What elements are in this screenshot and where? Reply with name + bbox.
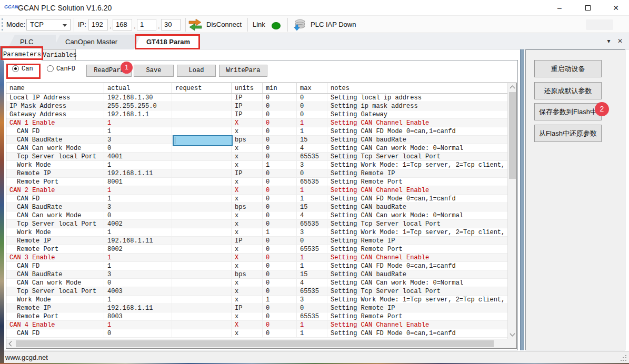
cell-request[interactable] [172, 262, 232, 270]
table-row[interactable]: Work Mode1x13Setting Work Mode: 1=Tcp se… [6, 296, 507, 304]
cell-request[interactable] [172, 312, 232, 320]
cell-request[interactable] [172, 195, 232, 203]
close-button[interactable]: ✕ [604, 0, 628, 16]
table-row[interactable]: CAN FD1x01Setting CAN FD Mode 0=can,1=ca… [6, 262, 507, 270]
cell-request[interactable] [172, 279, 232, 287]
horizontal-scroll-thumb[interactable] [16, 340, 494, 347]
cell-units: x [232, 245, 263, 253]
tab-canopen-master-config[interactable]: CanOpen Master Config [53, 35, 137, 49]
load-button[interactable]: Load [177, 65, 216, 77]
ip-octet-3-input[interactable]: 1 [137, 19, 156, 31]
table-row[interactable]: Tcp Server local Port4002x065535Setting … [6, 220, 507, 228]
vertical-scrollbar[interactable] [507, 83, 516, 339]
table-row[interactable]: CAN BaudRate3bps015Setting CAN baudRate [6, 203, 507, 211]
cell-request[interactable] [172, 270, 232, 278]
table-row[interactable]: CAN BaudRate3bps015Setting CAN baudRate [6, 270, 507, 279]
ip-octet-2-input[interactable]: 168 [113, 19, 132, 31]
cell-request[interactable] [172, 186, 232, 194]
table-row[interactable]: Remote IP192.168.1.11IP00Setting Remote … [6, 169, 507, 178]
horizontal-scrollbar[interactable] [6, 339, 507, 348]
cell-request[interactable] [172, 254, 232, 261]
plc-iap-down-button[interactable]: PLC IAP Down [311, 21, 356, 28]
table-row[interactable]: CAN BaudRate3bps015Setting CAN baudRate [6, 136, 507, 144]
cell-request[interactable] [172, 110, 232, 118]
radio-canfd[interactable]: CanFD [47, 65, 75, 73]
subtab-parameters[interactable]: Parameters [2, 48, 42, 60]
table-row[interactable]: Remote IP192.168.1.11IP00Setting Remote … [6, 304, 507, 312]
table-row[interactable]: CAN FD1x01Setting CAN FD Mode 0=can,1=ca… [6, 127, 507, 136]
table-row[interactable]: CAN 3 Enable1X01Setting CAN Channel Enab… [6, 254, 507, 262]
restore-params-from-flash-button[interactable]: 从Flash中还原参数 [534, 125, 602, 142]
table-row[interactable]: Tcp Server local Port4003x065535Setting … [6, 287, 507, 296]
cell-request[interactable] [172, 119, 232, 127]
cell-max: 15 [297, 270, 327, 278]
cell-actual: 1 [104, 127, 172, 135]
toolbar-grip[interactable] [2, 18, 3, 31]
table-row[interactable]: CAN 2 Enable1X01Setting CAN Channel Enab… [6, 186, 507, 195]
cell-request[interactable] [172, 203, 232, 211]
save-button[interactable]: Save [134, 65, 174, 77]
cell-request[interactable] [172, 237, 232, 245]
table-row[interactable]: CAN Can work Mode0x04Setting CAN Can wor… [6, 144, 507, 153]
cell-request[interactable] [172, 169, 232, 177]
ip-octet-4-input[interactable]: 30 [161, 19, 181, 31]
table-row[interactable]: CAN Can work Mode0x04Setting CAN Can wor… [6, 211, 507, 220]
table-row[interactable]: Work Mode1x13Setting Work Mode: 1=Tcp se… [6, 228, 507, 237]
table-row[interactable]: Tcp Server local Port4001x065535Setting … [6, 153, 507, 161]
cell-request[interactable] [172, 211, 232, 219]
restore-default-params-button[interactable]: 还原成默认参数 [534, 82, 602, 99]
request-edit-input[interactable] [173, 135, 233, 146]
scroll-up-icon[interactable] [510, 86, 515, 91]
cell-actual: 8003 [104, 312, 172, 320]
subtab-variables[interactable]: Variables [42, 49, 76, 60]
cell-request[interactable] [172, 329, 232, 337]
tab-list-dropdown-icon[interactable]: ▾ [607, 37, 611, 45]
table-row[interactable]: CAN 4 Enable1X01Setting CAN Channel Enab… [6, 321, 507, 329]
table-row[interactable]: CAN FD1x01Setting CAN FD Mode 0=can,1=ca… [6, 195, 507, 203]
cell-request[interactable] [172, 287, 232, 295]
save-params-to-flash-button[interactable]: 保存参数到Flash中 [534, 103, 602, 120]
table-row[interactable]: Remote Port8003x065535Setting Remote Por… [6, 312, 507, 321]
table-row[interactable]: Gateway Address192.168.1.1IP00Setting Ga… [6, 110, 507, 119]
cell-request[interactable] [172, 178, 232, 186]
table-row[interactable]: IP Mask Address255.255.255.0IP00Setting … [6, 102, 507, 110]
tab-gt418-param[interactable]: GT418 Param [134, 35, 200, 50]
cell-request[interactable] [172, 228, 232, 236]
tab-plc-config[interactable]: PLC Config [7, 35, 56, 49]
cell-request[interactable] [172, 220, 232, 228]
scroll-down-icon[interactable] [510, 331, 515, 337]
restart-device-button[interactable]: 重启动设备 [534, 60, 602, 77]
table-row[interactable]: Remote Port8002x065535Setting Remote Por… [6, 245, 507, 254]
disconnect-button[interactable]: DisConnect [206, 21, 242, 28]
tab-close-icon[interactable]: ✕ [617, 37, 623, 45]
table-row[interactable]: CAN 1 Enable1X01Setting CAN Channel Enab… [6, 119, 507, 127]
table-row[interactable]: CAN Can work Mode0x04Setting CAN Can wor… [6, 279, 507, 287]
cell-request[interactable] [172, 321, 232, 329]
minimize-button[interactable]: – [547, 0, 572, 16]
table-row[interactable]: Work Mode1x13Setting Work Mode: 1=Tcp se… [6, 161, 507, 169]
cell-request[interactable] [172, 127, 232, 135]
cell-max: 0 [297, 110, 327, 118]
cell-request[interactable] [172, 245, 232, 253]
cell-name: CAN Can work Mode [6, 279, 104, 287]
writepara-button[interactable]: WritePara [219, 65, 267, 77]
ip-octet-1-input[interactable]: 192 [88, 19, 108, 31]
cell-request[interactable] [172, 153, 232, 160]
maximize-button[interactable] [576, 0, 600, 16]
cell-request[interactable] [172, 94, 232, 102]
vertical-scroll-thumb[interactable] [509, 92, 516, 179]
cell-request[interactable] [172, 304, 232, 312]
resize-grip-icon[interactable] [621, 355, 627, 361]
radio-can[interactable]: Can [12, 65, 33, 73]
mode-select[interactable]: TCP [26, 19, 71, 31]
scroll-left-icon[interactable] [9, 341, 14, 347]
table-row[interactable]: Remote Port8001x065535Setting Remote Por… [6, 178, 507, 186]
cell-request[interactable] [172, 161, 232, 169]
cell-request[interactable] [172, 102, 232, 110]
table-row[interactable]: Local IP Address192.168.1.30IP00Setting … [6, 94, 507, 102]
cell-min: 0 [263, 144, 297, 152]
panel-splitter[interactable] [520, 49, 524, 350]
cell-request[interactable] [172, 296, 232, 304]
table-row[interactable]: Remote IP192.168.1.11IP00Setting Remote … [6, 237, 507, 245]
table-row[interactable]: CAN FD0x01Setting CAN FD Mode 0=can,1=ca… [6, 329, 507, 338]
